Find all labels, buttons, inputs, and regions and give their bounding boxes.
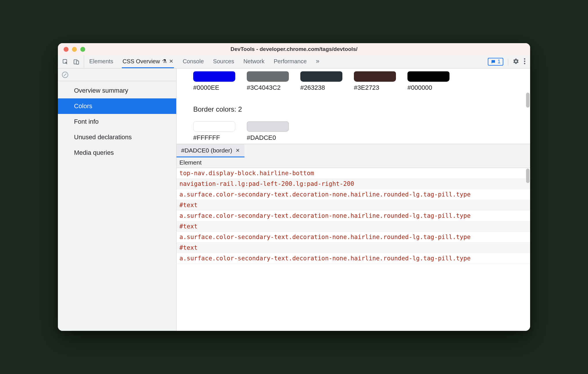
- swatch-label: #3C4043C2: [247, 84, 289, 91]
- element-row[interactable]: a.surface.color-secondary-text.decoratio…: [177, 211, 530, 221]
- svg-point-5: [524, 63, 526, 64]
- swatch-box[interactable]: [407, 71, 449, 82]
- scrollbar-thumb[interactable]: [526, 93, 530, 108]
- swatch-label: #263238: [300, 84, 342, 91]
- separator: [508, 58, 508, 65]
- sidebar-list: Overview summary Colors Font info Unused…: [58, 81, 176, 161]
- panel-content: Overview summary Colors Font info Unused…: [58, 68, 530, 331]
- css-overview-main: #0000EE#3C4043C2#263238#3E2723#000000 Bo…: [177, 68, 530, 331]
- border-colors-heading: Border colors: 2: [193, 105, 530, 113]
- tab-label: Elements: [89, 58, 113, 65]
- tab-label: CSS Overview: [122, 58, 160, 65]
- element-row[interactable]: a.surface.color-secondary-text.decoratio…: [177, 232, 530, 243]
- zoom-window-button[interactable]: [80, 47, 85, 52]
- sidebar-toolbar: [58, 68, 176, 81]
- svg-point-4: [524, 60, 526, 62]
- window-title: DevTools - developer.chrome.com/tags/dev…: [58, 46, 530, 52]
- detail-column-header: Element: [177, 157, 530, 168]
- panel-tabs: Elements CSS Overview ⚗ ✕ Console Source…: [84, 55, 483, 68]
- element-row[interactable]: #text: [177, 200, 530, 211]
- devtools-window: DevTools - developer.chrome.com/tags/dev…: [58, 43, 530, 331]
- clear-overview-icon[interactable]: [62, 72, 68, 78]
- text-colors-row: #0000EE#3C4043C2#263238#3E2723#000000: [193, 68, 530, 91]
- device-toolbar-group: [58, 55, 84, 68]
- color-swatch[interactable]: #FFFFFF: [193, 121, 235, 142]
- minimize-window-button[interactable]: [72, 47, 77, 52]
- color-swatch[interactable]: #000000: [407, 71, 449, 91]
- color-swatch[interactable]: #3E2723: [354, 71, 396, 91]
- element-row[interactable]: a.surface.color-secondary-text.decoratio…: [177, 253, 530, 264]
- element-row[interactable]: #text: [177, 243, 530, 253]
- issues-button[interactable]: 1: [488, 58, 503, 66]
- tab-network[interactable]: Network: [243, 55, 265, 68]
- color-swatch[interactable]: #0000EE: [193, 71, 235, 91]
- detail-tab-selected-color[interactable]: #DADCE0 (border) ✕: [177, 144, 244, 157]
- element-row[interactable]: a.surface.color-secondary-text.decoratio…: [177, 189, 530, 200]
- tab-sources[interactable]: Sources: [213, 55, 235, 68]
- issues-count: 1: [498, 59, 500, 65]
- color-swatch[interactable]: #263238: [300, 71, 342, 91]
- swatch-label: #FFFFFF: [193, 134, 235, 142]
- tab-label: Performance: [274, 58, 307, 65]
- swatch-box[interactable]: [193, 71, 235, 82]
- titlebar: DevTools - developer.chrome.com/tags/dev…: [58, 43, 530, 55]
- kebab-menu-icon[interactable]: [524, 58, 526, 66]
- sidebar-item-colors[interactable]: Colors: [58, 98, 176, 114]
- swatch-box[interactable]: [300, 71, 342, 82]
- swatch-box[interactable]: [354, 71, 396, 82]
- svg-point-3: [524, 58, 526, 60]
- tab-performance[interactable]: Performance: [273, 55, 308, 68]
- tab-elements[interactable]: Elements: [89, 55, 114, 68]
- swatch-box[interactable]: [247, 71, 289, 82]
- border-colors-row: #FFFFFF#DADCE0: [193, 119, 530, 142]
- inspect-element-icon[interactable]: [62, 58, 69, 65]
- swatch-box[interactable]: [247, 121, 289, 132]
- close-window-button[interactable]: [64, 47, 69, 52]
- close-tab-icon[interactable]: ✕: [169, 58, 173, 64]
- colors-section: #0000EE#3C4043C2#263238#3E2723#000000 Bo…: [177, 68, 530, 144]
- swatch-label: #0000EE: [193, 84, 235, 91]
- tab-label: Network: [243, 58, 264, 65]
- swatch-box[interactable]: [193, 121, 235, 132]
- scrollbar-thumb[interactable]: [526, 169, 530, 183]
- svg-rect-2: [76, 61, 79, 64]
- element-row[interactable]: top-nav.display-block.hairline-bottom: [177, 168, 530, 179]
- close-detail-tab-icon[interactable]: ✕: [236, 147, 240, 154]
- element-row[interactable]: #text: [177, 221, 530, 232]
- sidebar-item-font-info[interactable]: Font info: [58, 114, 176, 129]
- color-detail-panel: #DADCE0 (border) ✕ Element top-nav.displ…: [177, 144, 530, 331]
- color-swatch[interactable]: #3C4043C2: [247, 71, 289, 91]
- swatch-label: #DADCE0: [247, 134, 289, 142]
- swatch-label: #000000: [407, 84, 449, 91]
- sidebar-item-unused-declarations[interactable]: Unused declarations: [58, 129, 176, 145]
- detail-tabs: #DADCE0 (border) ✕: [177, 144, 530, 157]
- toolbar-right-group: 1: [483, 55, 530, 68]
- settings-gear-icon[interactable]: [513, 58, 519, 66]
- tab-console[interactable]: Console: [182, 55, 204, 68]
- color-swatch[interactable]: #DADCE0: [247, 121, 289, 142]
- sidebar-item-overview-summary[interactable]: Overview summary: [58, 83, 176, 98]
- device-toggle-icon[interactable]: [73, 58, 80, 65]
- css-overview-sidebar: Overview summary Colors Font info Unused…: [58, 68, 177, 331]
- tab-css-overview[interactable]: CSS Overview ⚗ ✕: [122, 55, 174, 68]
- more-tabs-chevron-icon[interactable]: »: [315, 55, 320, 68]
- element-row[interactable]: navigation-rail.lg:pad-left-200.lg:pad-r…: [177, 179, 530, 189]
- tab-label: Sources: [213, 58, 234, 65]
- tab-label: Console: [183, 58, 204, 65]
- window-controls: [58, 47, 85, 52]
- detail-element-list: top-nav.display-block.hairline-bottomnav…: [177, 168, 530, 264]
- sidebar-item-media-queries[interactable]: Media queries: [58, 145, 176, 161]
- issues-icon: [491, 59, 496, 64]
- experiment-icon: ⚗: [162, 58, 167, 64]
- main-toolbar: Elements CSS Overview ⚗ ✕ Console Source…: [58, 55, 530, 68]
- detail-tab-label: #DADCE0 (border): [181, 147, 232, 154]
- swatch-label: #3E2723: [354, 84, 396, 91]
